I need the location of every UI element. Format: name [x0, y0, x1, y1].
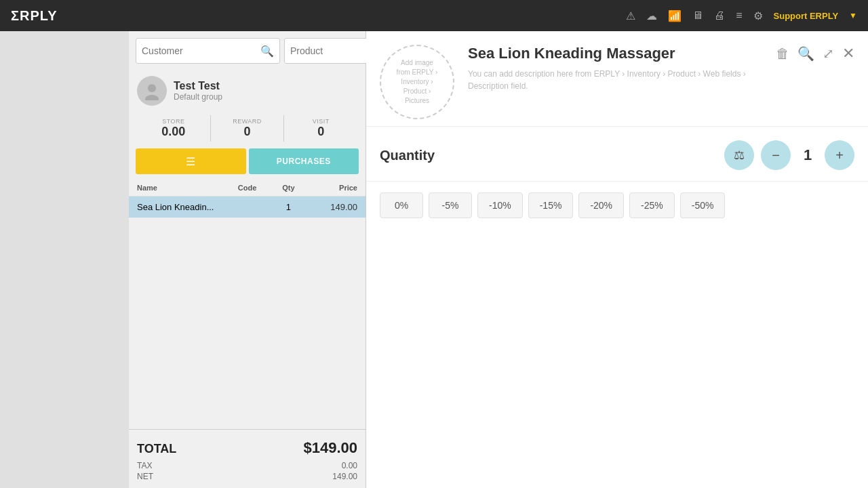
net-value: 149.00: [332, 472, 357, 481]
table-row[interactable]: Sea Lion Kneadin... 1 149.00: [129, 197, 366, 218]
product-image-placeholder[interactable]: Add imagefrom ERPLY ›Inventory ›Product …: [380, 45, 454, 119]
visit-label: VISIT: [284, 118, 357, 125]
total-footer: TOTAL $149.00 TAX 0.00 NET 149.00: [129, 429, 366, 488]
delete-icon[interactable]: 🗑: [776, 46, 789, 62]
store-value: 0.00: [137, 125, 210, 139]
discount-0-button[interactable]: 0%: [380, 192, 423, 218]
orders-tab-button[interactable]: ☰: [136, 148, 246, 174]
table-header: Name Code Qty Price: [129, 180, 366, 197]
receipt-icon[interactable]: 🖨: [714, 9, 725, 22]
discount-section: 0% -5% -10% -15% -20% -25% -50%: [366, 182, 868, 229]
discount-10-button[interactable]: -10%: [477, 192, 523, 218]
discount-25-button[interactable]: -25%: [629, 192, 675, 218]
display-icon[interactable]: 🖥: [692, 9, 703, 22]
visit-value: 0: [284, 125, 357, 139]
customer-name: Test Test: [174, 80, 222, 92]
reward-label: REWARD: [211, 118, 284, 125]
discount-row: 0% -5% -10% -15% -20% -25% -50%: [380, 192, 854, 218]
customer-search-input[interactable]: [142, 45, 260, 56]
alert-icon[interactable]: ⚠: [626, 9, 635, 22]
customer-search-container[interactable]: 🔍: [136, 38, 280, 64]
cloud-icon[interactable]: ☁: [646, 9, 657, 22]
row-qty: 1: [275, 202, 302, 212]
scale-button[interactable]: ⚖: [724, 140, 754, 170]
store-label: STORE: [137, 118, 210, 125]
store-stat: STORE 0.00: [137, 115, 211, 142]
discount-15-button[interactable]: -15%: [528, 192, 574, 218]
left-sidebar: [0, 31, 129, 488]
col-header-price: Price: [302, 184, 357, 192]
col-header-qty: Qty: [275, 184, 302, 192]
reward-value: 0: [211, 125, 284, 139]
quantity-decrease-button[interactable]: −: [761, 140, 791, 170]
purchases-tab-button[interactable]: PURCHASES: [249, 148, 359, 174]
stats-row: STORE 0.00 REWARD 0 VISIT 0: [129, 108, 366, 148]
total-line: TOTAL $149.00: [137, 439, 357, 457]
product-image-text: Add imagefrom ERPLY ›Inventory ›Product …: [397, 58, 438, 106]
support-button[interactable]: Support ERPLY: [774, 11, 839, 21]
tax-line: TAX 0.00: [137, 461, 357, 470]
customer-info: Test Test Default group: [129, 70, 366, 108]
product-header: Add imagefrom ERPLY ›Inventory ›Product …: [366, 31, 868, 127]
quantity-controls: ⚖ − 1 +: [724, 140, 854, 170]
product-info: Sea Lion Kneading Massager You can add d…: [468, 45, 762, 92]
tabs-row: ☰ PURCHASES: [129, 148, 366, 180]
quantity-label: Quantity: [380, 148, 435, 163]
total-label: TOTAL: [137, 442, 176, 456]
product-actions: 🗑 🔍 ⤢ ✕: [776, 45, 854, 62]
discount-50-button[interactable]: -50%: [680, 192, 726, 218]
customer-search-icon[interactable]: 🔍: [260, 45, 274, 58]
total-amount: $149.00: [303, 439, 357, 457]
col-header-name: Name: [137, 184, 220, 192]
col-header-code: Code: [220, 184, 275, 192]
row-price: 149.00: [302, 202, 357, 212]
quantity-section: Quantity ⚖ − 1 +: [366, 127, 868, 182]
menu-icon[interactable]: ≡: [736, 9, 742, 22]
search-row: 🔍 🔍: [129, 31, 366, 70]
gear-icon[interactable]: ⚙: [753, 9, 763, 22]
product-description: You can add description here from ERPLY …: [468, 68, 762, 92]
middle-panel: 🔍 🔍 Test Test Default group S: [129, 31, 366, 488]
close-icon[interactable]: ✕: [842, 45, 854, 62]
avatar: [137, 76, 167, 106]
orders-icon: ☰: [186, 155, 195, 168]
topnav-right: ⚠ ☁ 📶 🖥 🖨 ≡ ⚙ Support ERPLY ▼: [626, 9, 857, 22]
purchases-label: PURCHASES: [277, 157, 331, 166]
net-label: NET: [137, 472, 153, 481]
right-panel: Add imagefrom ERPLY ›Inventory ›Product …: [366, 31, 868, 488]
top-navigation: ΣRPLY ⚠ ☁ 📶 🖥 🖨 ≡ ⚙ Support ERPLY ▼: [0, 0, 868, 31]
tax-value: 0.00: [342, 461, 357, 470]
customer-group: Default group: [174, 92, 222, 102]
tax-label: TAX: [137, 461, 152, 470]
svg-point-1: [145, 95, 159, 100]
main-layout: 🔍 🔍 Test Test Default group S: [0, 31, 868, 488]
support-caret-icon[interactable]: ▼: [849, 11, 857, 20]
net-line: NET 149.00: [137, 472, 357, 481]
quantity-row: Quantity ⚖ − 1 +: [380, 140, 854, 170]
bar-chart-icon[interactable]: 📶: [668, 9, 682, 22]
visit-stat: VISIT 0: [284, 115, 357, 142]
discount-20-button[interactable]: -20%: [578, 192, 624, 218]
search-product-icon[interactable]: 🔍: [797, 45, 814, 62]
svg-point-0: [148, 84, 156, 92]
quantity-value: 1: [797, 146, 818, 164]
app-logo: ΣRPLY: [11, 8, 58, 24]
discount-5-button[interactable]: -5%: [429, 192, 472, 218]
items-table: Name Code Qty Price Sea Lion Kneadin... …: [129, 180, 366, 429]
customer-details: Test Test Default group: [174, 80, 222, 102]
exchange-icon[interactable]: ⤢: [823, 45, 834, 62]
reward-stat: REWARD 0: [211, 115, 285, 142]
product-title: Sea Lion Kneading Massager: [468, 45, 762, 62]
row-name: Sea Lion Kneadin...: [137, 202, 220, 212]
quantity-increase-button[interactable]: +: [825, 140, 854, 170]
